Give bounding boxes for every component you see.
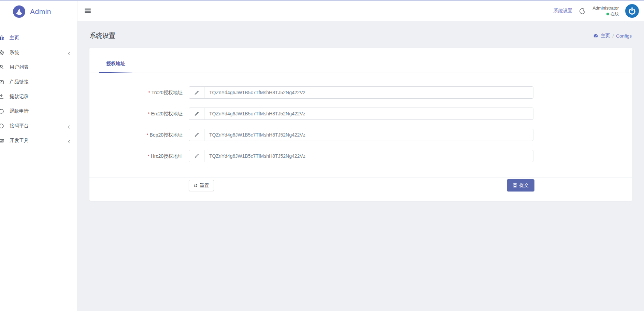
menu-toggle-icon[interactable] xyxy=(85,9,91,13)
required-asterisk: * xyxy=(148,154,149,159)
circle-icon xyxy=(0,123,4,129)
top-accent-strip xyxy=(0,0,644,1)
breadcrumb-home-link[interactable]: 主页 xyxy=(601,33,610,39)
chevron-left-icon xyxy=(67,51,71,54)
user-name: Administrator xyxy=(592,5,619,11)
submit-button[interactable]: 提交 xyxy=(507,179,534,192)
chevron-left-icon xyxy=(67,139,71,142)
input-group xyxy=(189,108,533,120)
sidebar-item-label: 系统 xyxy=(10,50,19,56)
sidebar-item-label: 主页 xyxy=(10,35,19,41)
chevron-left-icon xyxy=(67,124,71,128)
input-group xyxy=(189,150,533,162)
settings-card: 授权地址 *Trc20授权地址 *Erc20授权地址 xyxy=(89,48,632,201)
input-group xyxy=(189,86,533,99)
user-icon xyxy=(0,64,4,70)
topbar: 系统设置 Administrator 在线 xyxy=(77,1,644,21)
page-title: 系统设置 xyxy=(89,31,115,40)
bar-chart-icon xyxy=(0,35,4,41)
content-area: 系统设置 主页 / Configs 授权地址 *Trc20授权地址 xyxy=(77,21,644,311)
breadcrumb-current[interactable]: Configs xyxy=(616,33,632,39)
pencil-icon xyxy=(189,129,204,141)
sidebar-item-refund-requests[interactable]: 退款申请 xyxy=(0,104,77,118)
reset-icon: ↺ xyxy=(194,183,198,188)
card-footer-divider xyxy=(89,178,632,178)
reset-button-label: 重置 xyxy=(200,183,209,189)
bep20-address-input[interactable] xyxy=(204,129,533,141)
box-arrow-icon xyxy=(0,79,4,85)
erc20-address-input[interactable] xyxy=(204,108,533,119)
pencil-icon xyxy=(189,108,204,119)
breadcrumb-separator: / xyxy=(612,33,614,39)
reset-button[interactable]: ↺ 重置 xyxy=(189,180,214,191)
tab-authorization-address[interactable]: 授权地址 xyxy=(99,56,132,72)
field-label: *Bep20授权地址 xyxy=(89,129,183,141)
avatar[interactable] xyxy=(625,4,639,18)
form-row: *Trc20授权地址 xyxy=(89,86,632,99)
form-row: *Erc20授权地址 xyxy=(89,108,632,120)
circle-icon xyxy=(0,108,4,114)
save-icon xyxy=(513,183,517,188)
user-status: 在线 xyxy=(592,11,619,17)
brand[interactable]: Admin xyxy=(0,1,77,22)
hrc20-address-input[interactable] xyxy=(204,150,533,162)
sidebar-item-label: 产品链接 xyxy=(10,79,29,85)
required-asterisk: * xyxy=(148,111,149,116)
sidebar: Admin 主页 系统 xyxy=(0,1,77,311)
power-icon xyxy=(628,7,636,15)
sidebar-menu: 主页 系统 用户列表 xyxy=(0,30,77,148)
user-menu[interactable]: Administrator 在线 xyxy=(592,5,619,17)
sidebar-item-label: 提款记录 xyxy=(10,94,29,100)
online-status-dot xyxy=(606,13,609,15)
trc20-address-input[interactable] xyxy=(204,87,533,98)
brand-logo-icon xyxy=(13,5,25,18)
required-asterisk: * xyxy=(148,90,150,95)
sidebar-item-label: 开发工具 xyxy=(10,138,29,144)
topbar-settings-link[interactable]: 系统设置 xyxy=(553,8,572,14)
user-status-label: 在线 xyxy=(611,11,619,17)
field-label: *Trc20授权地址 xyxy=(89,86,183,99)
sidebar-item-home[interactable]: 主页 xyxy=(0,30,77,45)
tabs-bar: 授权地址 xyxy=(89,48,632,72)
form-row: *Bep20授权地址 xyxy=(89,129,632,141)
breadcrumb: 主页 / Configs xyxy=(593,33,632,39)
submit-button-label: 提交 xyxy=(519,182,529,188)
sidebar-item-system[interactable]: 系统 xyxy=(0,45,77,60)
field-label: *Hrc20授权地址 xyxy=(89,150,183,162)
sidebar-item-withdraw-records[interactable]: 提款记录 xyxy=(0,89,77,104)
brand-name: Admin xyxy=(30,8,51,16)
dark-mode-moon-icon[interactable] xyxy=(579,8,586,15)
dashboard-icon xyxy=(593,33,598,39)
sidebar-item-label: 退款申请 xyxy=(10,108,29,114)
input-group xyxy=(189,129,533,141)
pencil-icon xyxy=(189,87,204,98)
keyboard-icon xyxy=(0,138,4,144)
sidebar-item-dev-tools[interactable]: 开发工具 xyxy=(0,133,77,148)
sidebar-item-users[interactable]: 用户列表 xyxy=(0,60,77,74)
upload-icon xyxy=(0,94,4,100)
sidebar-item-label: 用户列表 xyxy=(10,64,29,70)
required-asterisk: * xyxy=(146,132,148,138)
pencil-icon xyxy=(189,150,204,162)
gear-icon xyxy=(0,50,4,56)
sidebar-item-label: 接码平台 xyxy=(10,123,29,129)
form-row: *Hrc20授权地址 xyxy=(89,150,632,162)
field-label: *Erc20授权地址 xyxy=(89,108,183,120)
sidebar-item-sms-platform[interactable]: 接码平台 xyxy=(0,118,77,133)
sidebar-item-product-links[interactable]: 产品链接 xyxy=(0,74,77,89)
